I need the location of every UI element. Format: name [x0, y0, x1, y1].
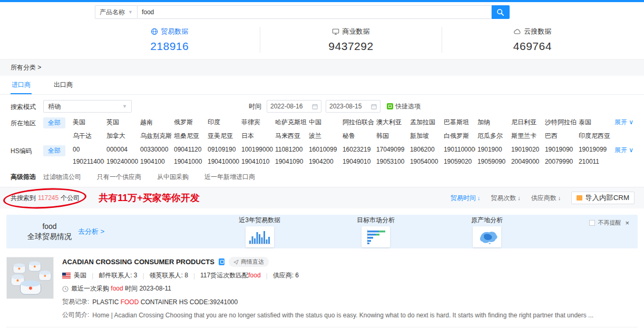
tab-importers[interactable]: 进口商 [11, 76, 32, 94]
promo-card-origin-analysis[interactable]: 原产地分析 [471, 216, 503, 247]
advanced-filter-option[interactable]: 只有一个供应商 [97, 173, 141, 182]
hs-code-chip[interactable]: 1904200 [309, 158, 340, 165]
hs-code-chip[interactable]: 19019020 [511, 146, 543, 153]
hs-code-chip[interactable]: 1904100 [140, 158, 172, 165]
hs-code-chip[interactable]: 19019090 [545, 146, 577, 153]
search-mode-select[interactable]: 精确 ▼ [43, 100, 132, 113]
stat-trade-data[interactable]: 贸易数据 218916 [79, 27, 260, 53]
analyze-link[interactable]: 去分析 > [78, 227, 104, 236]
hs-code-chip[interactable]: 19059090 [477, 158, 509, 165]
region-chip[interactable]: 澳大利亚 [376, 118, 408, 127]
region-chip[interactable]: 孟加拉国 [410, 118, 442, 127]
stat-cloud-search-data[interactable]: 云搜数据 469764 [442, 27, 623, 53]
hs-code-chip[interactable]: 19041090 [275, 158, 307, 165]
hs-code-chip[interactable]: 1901900 [477, 146, 509, 153]
advanced-filter-option[interactable]: 过滤物流公司 [43, 173, 81, 182]
region-chip[interactable]: 厄瓜多尔 [477, 132, 509, 141]
hs-code-chip[interactable]: 1001990000 [241, 146, 273, 153]
region-chip[interactable]: 英国 [106, 118, 138, 127]
company-name[interactable]: ACADIAN CROSSING CONSUMER PRODUCTS [62, 258, 214, 266]
date-from-input[interactable]: 2022-08-16 [267, 100, 321, 113]
import-crm-button[interactable]: 导入内部CRM [571, 192, 635, 204]
hs-code-chip[interactable]: 20079990 [545, 158, 577, 165]
region-chip[interactable]: 中国 [309, 118, 340, 127]
hs-code-chip[interactable]: 11081200 [275, 146, 307, 153]
region-chip[interactable]: 新加坡 [410, 132, 442, 141]
hs-code-chip[interactable]: 09109190 [208, 146, 239, 153]
region-chip[interactable]: 沙特阿拉伯 [545, 118, 577, 127]
dismiss-checkbox[interactable] [589, 220, 595, 226]
region-chip[interactable]: 巴西 [545, 132, 577, 141]
region-chip[interactable]: 白俄罗斯 [444, 132, 475, 141]
advanced-filter-option[interactable]: 从中国采购 [157, 173, 189, 182]
search-button[interactable] [492, 5, 510, 19]
hs-code-chip[interactable]: 000004 [106, 146, 138, 153]
sort-by-trade-count[interactable]: 贸易次数↓ [491, 194, 521, 203]
date-to-input[interactable]: 2023-08-15 [326, 100, 380, 113]
promo-card-trade-3y[interactable]: 近3年贸易数据 [239, 216, 280, 247]
hs-code-chip[interactable]: 210011 [579, 158, 610, 165]
hs-code-chip[interactable]: 1806200 [410, 146, 442, 153]
hs-code-chip[interactable]: 19053100 [376, 158, 408, 165]
hs-code-chip[interactable]: 1902400000 [106, 158, 138, 165]
region-chip[interactable]: 印度 [208, 118, 239, 127]
hs-code-chip[interactable]: 19059020 [444, 158, 475, 165]
sort-by-trade-time[interactable]: 贸易时间↓ [451, 194, 481, 203]
hs-code-chip[interactable]: 16023219 [343, 146, 374, 153]
search-input[interactable] [138, 5, 492, 19]
hs-code-chip[interactable]: 09041120 [174, 146, 206, 153]
region-chip[interactable]: 越南 [140, 118, 172, 127]
hs-code-chip[interactable]: 1901100000 [444, 146, 475, 153]
advanced-filter-label[interactable]: 高级筛选 [11, 173, 43, 182]
hs-code-chip[interactable]: 1904100000 [208, 158, 239, 165]
hs-expand-link[interactable]: 展开 ∨ [614, 146, 633, 155]
quick-options-button[interactable]: 快捷选项 [387, 102, 421, 111]
region-chip[interactable]: 美国 [73, 118, 104, 127]
hs-all-chip[interactable]: 全部 [43, 145, 65, 156]
sort-by-supplier-count[interactable]: 供应商数↓ [531, 194, 561, 203]
region-chip[interactable]: 阿拉伯联合酋... [343, 118, 374, 127]
promo-card-target-market[interactable]: 目标市场分析 [357, 216, 395, 247]
region-chip[interactable]: 乌兹别克斯坦 [140, 132, 172, 141]
hs-code-chip[interactable]: 19019099 [579, 146, 610, 153]
close-icon[interactable]: × [625, 219, 629, 227]
hs-code-chip[interactable]: 19054000 [410, 158, 442, 165]
region-chip[interactable]: 加纳 [477, 118, 509, 127]
company-thumbnail[interactable] [6, 257, 54, 299]
hs-code-chip[interactable]: 19041010 [241, 158, 273, 165]
region-chip[interactable]: 韩国 [376, 132, 408, 141]
region-chip[interactable]: 加拿大 [106, 132, 138, 141]
region-chip[interactable]: 秘鲁 [343, 132, 374, 141]
region-chip[interactable]: 斯里兰卡 [511, 132, 543, 141]
region-all-chip[interactable]: 全部 [43, 117, 65, 128]
region-chip[interactable]: 乌干达 [73, 132, 104, 141]
region-chip[interactable]: 日本 [241, 132, 273, 141]
region-chip[interactable]: 马来西亚 [275, 132, 307, 141]
hs-code-chip[interactable]: 16010099 [309, 146, 340, 153]
region-chip[interactable]: 哈萨克斯坦 [275, 118, 307, 127]
tab-exporters[interactable]: 出口商 [53, 76, 74, 94]
region-chip[interactable]: 亚美尼亚 [208, 132, 239, 141]
region-chip[interactable]: 坦桑尼亚 [174, 132, 206, 141]
stat-business-data[interactable]: 商业数据 9437292 [260, 27, 441, 53]
region-expand-link[interactable]: 展开 ∨ [614, 118, 633, 127]
hs-code-chip[interactable]: 1902114000 [73, 158, 104, 165]
region-chip[interactable]: 泰国 [579, 118, 610, 127]
region-chip[interactable]: 菲律宾 [241, 118, 273, 127]
region-chip[interactable]: 俄罗斯 [174, 118, 206, 127]
hs-code-chip[interactable]: 19041000 [174, 158, 206, 165]
category-select[interactable]: 产品名称 ▼ [95, 5, 138, 19]
region-chip[interactable]: 巴基斯坦 [444, 118, 475, 127]
breadcrumb[interactable]: 所有分类 > [0, 59, 644, 76]
hs-code-chip[interactable]: 17049099 [376, 146, 408, 153]
hs-code-chip[interactable]: 19049010 [343, 158, 374, 165]
region-chip[interactable]: 波兰 [309, 132, 340, 141]
hs-code-chip[interactable]: 00 [73, 146, 104, 153]
hs-code-chip[interactable]: 00330000 [140, 146, 172, 153]
region-chip[interactable]: 印度尼西亚 [579, 132, 610, 141]
hs-code-chip[interactable]: 20049000 [511, 158, 543, 165]
insight-badge[interactable]: 商情直达 [229, 257, 269, 267]
claim-icon[interactable] [219, 258, 225, 265]
region-chip[interactable]: 尼日利亚 [511, 118, 543, 127]
advanced-filter-option[interactable]: 近一年新增进口商 [204, 173, 255, 182]
